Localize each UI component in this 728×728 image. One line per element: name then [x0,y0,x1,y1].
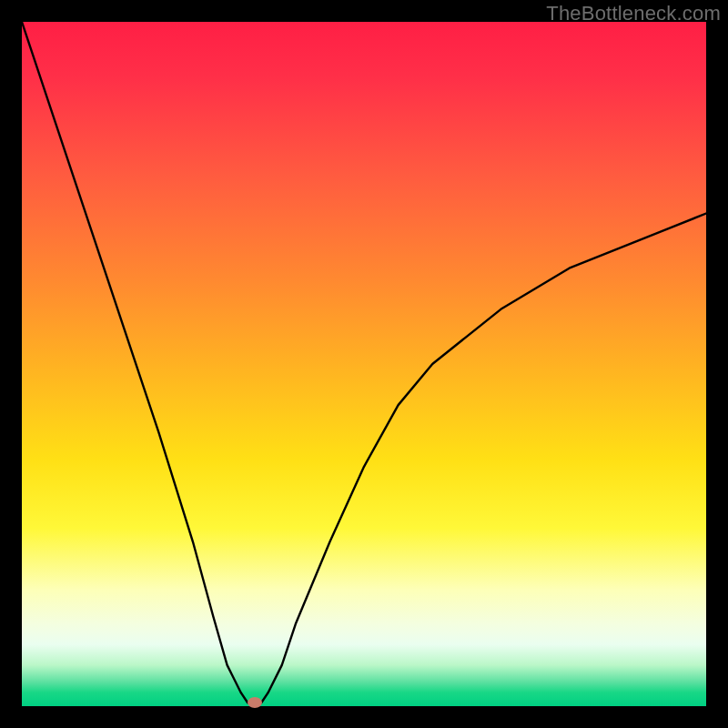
minimum-marker [248,697,262,708]
bottleneck-curve [22,22,706,706]
curve-path [22,22,706,706]
chart-frame [22,22,706,706]
